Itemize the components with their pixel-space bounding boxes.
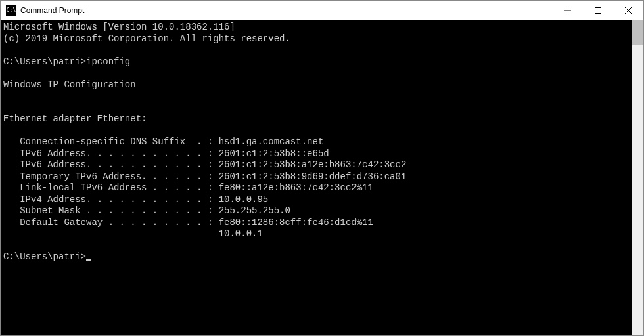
- maximize-button[interactable]: [583, 1, 613, 20]
- link-local-ipv6-line: Link-local IPv6 Address . . . . . : fe80…: [3, 182, 630, 194]
- titlebar[interactable]: C:\ Command Prompt: [1, 1, 643, 20]
- ipv6-address-line: IPv6 Address. . . . . . . . . . . : 2601…: [3, 159, 630, 171]
- prompt-text: C:\Users\patri>: [3, 251, 86, 262]
- default-gateway-line-2: 10.0.0.1: [3, 228, 630, 240]
- terminal-area: Microsoft Windows [Version 10.0.18362.11…: [1, 20, 643, 335]
- ipv6-address-line: IPv6 Address. . . . . . . . . . . : 2601…: [3, 148, 630, 160]
- blank-line: [3, 91, 630, 102]
- prompt-line: C:\Users\patri>: [3, 251, 630, 263]
- window-controls: [553, 1, 643, 20]
- vertical-scrollbar[interactable]: [632, 20, 643, 335]
- blank-line: [3, 102, 630, 114]
- os-version-line: Microsoft Windows [Version 10.0.18362.11…: [3, 22, 630, 33]
- terminal-output[interactable]: Microsoft Windows [Version 10.0.18362.11…: [1, 20, 632, 335]
- blank-line: [3, 45, 630, 56]
- ipv4-address-line: IPv4 Address. . . . . . . . . . . : 10.0…: [3, 194, 630, 206]
- ip-config-heading: Windows IP Configuration: [3, 79, 630, 91]
- adapter-heading: Ethernet adapter Ethernet:: [3, 114, 630, 125]
- blank-line: [3, 240, 630, 252]
- copyright-line: (c) 2019 Microsoft Corporation. All righ…: [3, 33, 630, 45]
- blank-line: [3, 125, 630, 137]
- svg-rect-1: [595, 7, 601, 13]
- subnet-mask-line: Subnet Mask . . . . . . . . . . . : 255.…: [3, 205, 630, 217]
- default-gateway-line: Default Gateway . . . . . . . . . : fe80…: [3, 217, 630, 229]
- temp-ipv6-line: Temporary IPv6 Address. . . . . . : 2601…: [3, 171, 630, 183]
- minimize-button[interactable]: [553, 1, 583, 20]
- blank-line: [3, 68, 630, 79]
- window-title: Command Prompt: [20, 6, 553, 15]
- command-prompt-window: C:\ Command Prompt Microsoft Windows [Ve…: [0, 0, 644, 336]
- dns-suffix-line: Connection-specific DNS Suffix . : hsd1.…: [3, 136, 630, 148]
- command-prompt-icon: C:\: [6, 5, 16, 16]
- cursor-icon: [86, 259, 91, 261]
- scrollbar-thumb[interactable]: [632, 20, 643, 45]
- close-button[interactable]: [613, 1, 643, 20]
- prompt-command-line: C:\Users\patri>ipconfig: [3, 56, 630, 68]
